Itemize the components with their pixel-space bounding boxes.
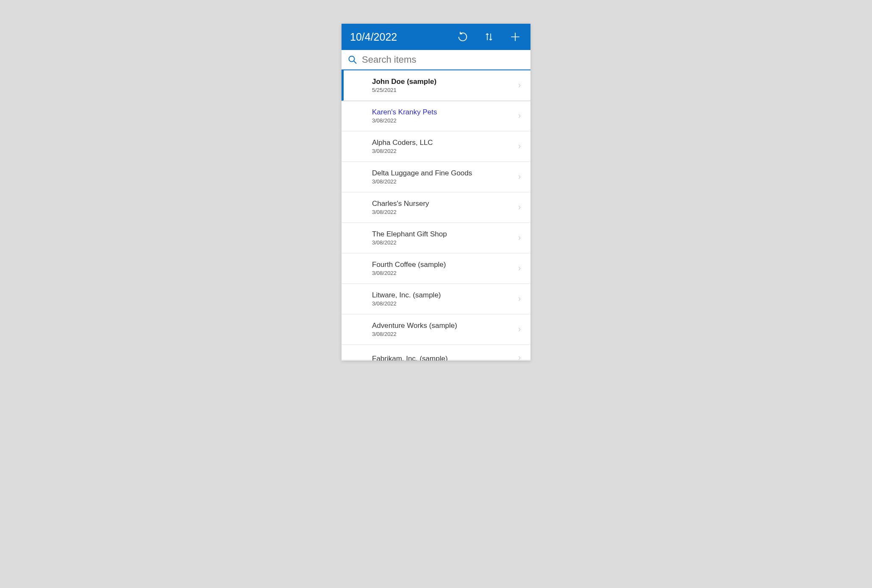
chevron-right-icon — [516, 295, 523, 303]
item-subtitle: 3/08/2022 — [372, 331, 516, 338]
chevron-right-icon — [516, 112, 523, 120]
item-text: Fabrikam, Inc. (sample) — [372, 351, 516, 360]
list-item[interactable]: Delta Luggage and Fine Goods3/08/2022 — [342, 162, 530, 192]
header-title: 10/4/2022 — [350, 31, 456, 43]
item-subtitle: 3/08/2022 — [372, 300, 516, 307]
item-subtitle: 3/08/2022 — [372, 148, 516, 155]
search-input[interactable] — [359, 54, 526, 65]
item-title: Charles's Nursery — [372, 200, 516, 208]
app-frame: 10/4/2022 — [342, 24, 530, 361]
item-title: John Doe (sample) — [372, 78, 516, 86]
header-actions — [456, 30, 522, 44]
item-text: Litware, Inc. (sample)3/08/2022 — [372, 291, 516, 307]
sort-button[interactable] — [482, 30, 496, 44]
refresh-icon — [457, 31, 469, 43]
item-subtitle: 5/25/2021 — [372, 87, 516, 94]
plus-icon — [510, 31, 521, 42]
item-title: Karen's Kranky Pets — [372, 108, 516, 116]
list-item[interactable]: Alpha Coders, LLC3/08/2022 — [342, 131, 530, 162]
item-title: Adventure Works (sample) — [372, 322, 516, 330]
item-subtitle: 3/08/2022 — [372, 239, 516, 246]
item-text: Delta Luggage and Fine Goods3/08/2022 — [372, 169, 516, 185]
item-subtitle: 3/08/2022 — [372, 117, 516, 124]
search-icon-wrap — [346, 55, 359, 65]
chevron-right-icon — [516, 325, 523, 334]
list-item[interactable]: The Elephant Gift Shop3/08/2022 — [342, 223, 530, 253]
chevron-right-icon — [516, 354, 523, 361]
item-title: Delta Luggage and Fine Goods — [372, 169, 516, 178]
item-text: Fourth Coffee (sample)3/08/2022 — [372, 261, 516, 277]
item-text: Adventure Works (sample)3/08/2022 — [372, 322, 516, 338]
chevron-right-icon — [516, 142, 523, 151]
search-row[interactable] — [342, 50, 530, 70]
list-item[interactable]: John Doe (sample)5/25/2021 — [342, 70, 530, 101]
item-title: Fabrikam, Inc. (sample) — [372, 355, 516, 361]
item-text: Karen's Kranky Pets3/08/2022 — [372, 108, 516, 124]
item-text: Alpha Coders, LLC3/08/2022 — [372, 139, 516, 155]
list-item[interactable]: Karen's Kranky Pets3/08/2022 — [342, 101, 530, 131]
list-item[interactable]: Fourth Coffee (sample)3/08/2022 — [342, 253, 530, 284]
chevron-right-icon — [516, 203, 523, 212]
svg-point-0 — [349, 56, 355, 62]
item-text: Charles's Nursery3/08/2022 — [372, 200, 516, 216]
chevron-right-icon — [516, 81, 523, 90]
item-title: Alpha Coders, LLC — [372, 139, 516, 147]
item-subtitle: 3/08/2022 — [372, 270, 516, 277]
item-text: John Doe (sample)5/25/2021 — [372, 78, 516, 94]
app-header: 10/4/2022 — [342, 24, 530, 50]
item-title: Litware, Inc. (sample) — [372, 291, 516, 300]
item-text: The Elephant Gift Shop3/08/2022 — [372, 230, 516, 246]
sort-icon — [484, 31, 494, 43]
list-item[interactable]: Litware, Inc. (sample)3/08/2022 — [342, 284, 530, 314]
add-button[interactable] — [508, 30, 522, 44]
list-item[interactable]: Fabrikam, Inc. (sample) — [342, 345, 530, 360]
refresh-button[interactable] — [456, 30, 469, 44]
chevron-right-icon — [516, 234, 523, 242]
item-title: The Elephant Gift Shop — [372, 230, 516, 239]
chevron-right-icon — [516, 173, 523, 181]
item-list[interactable]: John Doe (sample)5/25/2021Karen's Kranky… — [342, 70, 530, 361]
item-subtitle: 3/08/2022 — [372, 178, 516, 185]
list-item[interactable]: Charles's Nursery3/08/2022 — [342, 192, 530, 223]
chevron-right-icon — [516, 264, 523, 273]
search-icon — [347, 55, 358, 65]
item-subtitle: 3/08/2022 — [372, 209, 516, 216]
list-item[interactable]: Adventure Works (sample)3/08/2022 — [342, 314, 530, 345]
item-title: Fourth Coffee (sample) — [372, 261, 516, 269]
